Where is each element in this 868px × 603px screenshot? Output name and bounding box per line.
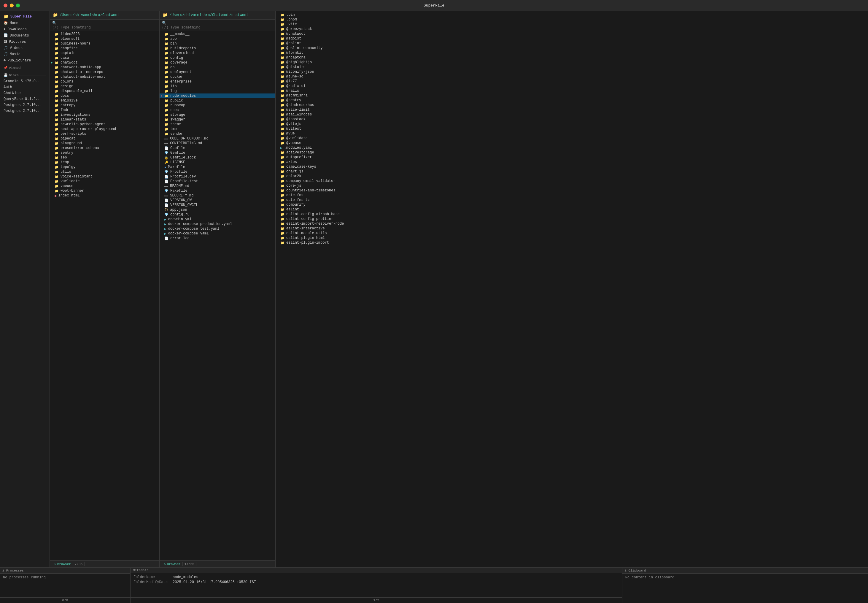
sidebar-item-documents[interactable]: 📄 Documents: [0, 32, 49, 39]
sidebar-item-music[interactable]: 🎵 Music: [0, 51, 49, 57]
list-item[interactable]: 📁sentry: [50, 150, 159, 155]
list-item[interactable]: 📁@tailwindcss: [276, 112, 868, 117]
sidebar-item-pictures[interactable]: 🖼 Pictures: [0, 39, 49, 45]
list-item[interactable]: 📁@iconify-json: [276, 70, 868, 74]
list-item[interactable]: ▶docker-compose.yaml: [160, 231, 275, 236]
list-item[interactable]: 📁business-hours: [50, 41, 159, 46]
list-item[interactable]: 📁prosemirror-schema: [50, 146, 159, 150]
list-item[interactable]: 📁chart.js: [276, 169, 868, 174]
list-item[interactable]: 📁voice-assistant: [50, 174, 159, 179]
list-item[interactable]: 📁@sentry: [276, 98, 868, 103]
list-item[interactable]: 📁company-email-validator: [276, 179, 868, 183]
list-item[interactable]: 📁date-fns-tz: [276, 198, 868, 203]
list-item[interactable]: 📁eslint: [276, 207, 868, 212]
list-item[interactable]: 📄Procfile.test: [160, 179, 275, 184]
list-item[interactable]: 📁deployment: [160, 70, 275, 74]
disk-postgres2[interactable]: Postgres-2.7.10...: [0, 108, 49, 114]
list-item[interactable]: ▶docker-compose.test.yaml: [160, 226, 275, 231]
list-item[interactable]: 📁tmp: [160, 127, 275, 131]
list-item[interactable]: 📁enterprise: [160, 79, 275, 84]
list-item[interactable]: 📁docs: [50, 93, 159, 98]
list-item-index-html[interactable]: ◼index.html: [50, 193, 159, 198]
list-item[interactable]: 📄error.log: [160, 236, 275, 241]
list-item[interactable]: 📁countries-and-timezones: [276, 188, 868, 193]
list-item[interactable]: 📁core-js: [276, 183, 868, 188]
list-item[interactable]: 📁eslint-plugin-import: [276, 240, 868, 245]
list-item[interactable]: 📁eslint-config-prettier: [276, 216, 868, 221]
list-item[interactable]: ▬▬CODE_OF_CONDUCT.md: [160, 136, 275, 141]
list-item[interactable]: 📁.vite: [276, 22, 868, 27]
list-item[interactable]: 📁vendor: [160, 131, 275, 136]
panel1-search[interactable]: 🔍: [50, 20, 159, 31]
maximize-button[interactable]: [16, 3, 20, 8]
list-item[interactable]: 📁rubocop: [160, 103, 275, 108]
list-item[interactable]: 📁docker: [160, 74, 275, 79]
sidebar-item-publicshare[interactable]: ⊕ PublicShare: [0, 57, 49, 63]
minimize-button[interactable]: [10, 3, 14, 8]
list-item[interactable]: 🔒Gemfile.lock: [160, 155, 275, 160]
list-item[interactable]: 📁@scmmishra: [276, 93, 868, 98]
list-item[interactable]: 📄Capfile: [160, 146, 275, 150]
disk-postgres1[interactable]: Postgres-2.7.10...: [0, 102, 49, 108]
list-item[interactable]: 📁emissive: [50, 98, 159, 103]
disk-chatwise[interactable]: ChatWise: [0, 90, 49, 96]
list-item[interactable]: {}app.json: [160, 207, 275, 212]
list-item[interactable]: 📁@vue: [276, 131, 868, 136]
list-item[interactable]: 📁db: [160, 65, 275, 70]
list-item[interactable]: 📄VERSION_CWCTL: [160, 203, 275, 207]
list-item[interactable]: 📁__mocks__: [160, 32, 275, 37]
list-item[interactable]: 📁color2k: [276, 174, 868, 179]
list-item-playground[interactable]: 📁playground: [50, 141, 159, 146]
list-item-chatwoot[interactable]: ▶📁chatwoot: [50, 60, 159, 65]
list-item[interactable]: 📁.pnpm: [276, 17, 868, 22]
list-item-node-modules[interactable]: ▶📁node_modules: [160, 93, 275, 98]
list-item[interactable]: 📁colors: [50, 79, 159, 84]
list-item[interactable]: 📁storage: [160, 113, 275, 117]
list-item[interactable]: 📁@formkit: [276, 51, 868, 55]
list-item[interactable]: 📁public: [160, 98, 275, 103]
list-item[interactable]: 💎config.ru: [160, 212, 275, 217]
list-item[interactable]: 📁next-app-router-playground: [50, 127, 159, 131]
list-item[interactable]: 📁@eslint: [276, 41, 868, 46]
list-item[interactable]: 📁pipecat: [50, 136, 159, 141]
list-item[interactable]: 📁log: [160, 89, 275, 93]
list-item[interactable]: 📁perf-scripts: [50, 131, 159, 136]
list-item[interactable]: 📁@highlightjs: [276, 60, 868, 65]
list-item[interactable]: 📁@vuelidate: [276, 136, 868, 141]
list-item[interactable]: 📁camelcase-keys: [276, 164, 868, 169]
list-item[interactable]: 📁@breezystack: [276, 27, 868, 31]
list-item[interactable]: 📁casa: [50, 56, 159, 60]
list-item[interactable]: 📄VERSION_CW: [160, 198, 275, 203]
list-item-investigations[interactable]: 📁investigations: [50, 113, 159, 117]
panel1-search-input[interactable]: [52, 26, 157, 30]
list-item[interactable]: 📁design: [50, 84, 159, 89]
list-item[interactable]: 💎Gemfile: [160, 150, 275, 155]
close-button[interactable]: [3, 3, 8, 8]
list-item[interactable]: 📁eslint-interactive: [276, 226, 868, 231]
list-item[interactable]: 📁@vitest: [276, 127, 868, 131]
list-item[interactable]: ▬▬CONTRIBUTING.md: [160, 141, 275, 146]
list-item[interactable]: 📁newrelic-python-agent: [50, 122, 159, 127]
list-item[interactable]: 📁chatwoot-ui-monorepo: [50, 70, 159, 74]
list-item[interactable]: 📁bloorsoft: [50, 37, 159, 41]
list-item[interactable]: 📁vuelidate: [50, 179, 159, 184]
list-item[interactable]: 📁linear-stats: [50, 117, 159, 122]
list-item[interactable]: 💎Procfile: [160, 169, 275, 174]
list-item[interactable]: 📁@histoire: [276, 65, 868, 70]
panel2-search[interactable]: 🔍: [160, 20, 275, 31]
list-item[interactable]: ✦Makefile: [160, 165, 275, 169]
list-item[interactable]: 📁seo: [50, 155, 159, 160]
list-item[interactable]: 📁coverage: [160, 60, 275, 65]
disk-auth[interactable]: Auth: [0, 84, 49, 90]
list-item[interactable]: ▶.modules.yaml: [276, 145, 868, 150]
list-item[interactable]: 📁eslint-module-utils: [276, 231, 868, 236]
list-item[interactable]: 📁11dec2023: [50, 32, 159, 37]
list-item[interactable]: 📁.bin: [276, 12, 868, 17]
list-item[interactable]: 📁@vueuse: [276, 141, 868, 145]
list-item[interactable]: 📁@eslint-community: [276, 46, 868, 51]
list-item[interactable]: 📁app: [160, 37, 275, 41]
list-item[interactable]: 📄Procfile.dev: [160, 174, 275, 179]
list-item[interactable]: 📁@lk77: [276, 79, 868, 83]
list-item[interactable]: 📁campfire: [50, 46, 159, 51]
list-item[interactable]: 📁eslint-plugin-html: [276, 236, 868, 240]
